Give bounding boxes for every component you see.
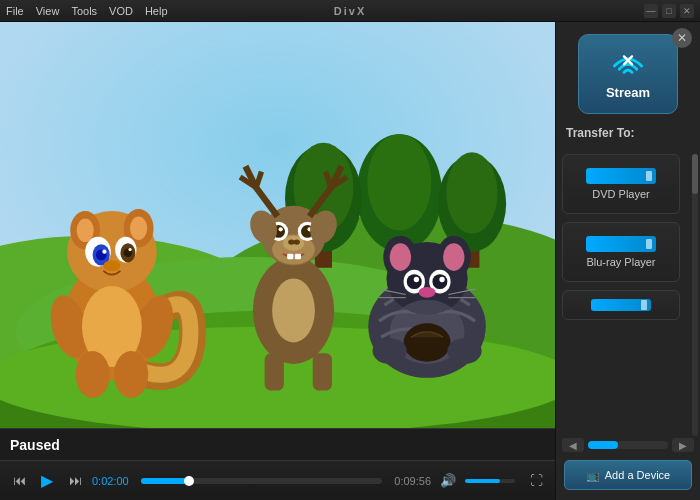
controls-bar: ⏮ ▶ ⏭ 0:02:00 0:09:56 🔊 ⛶	[0, 460, 555, 500]
svg-point-9	[446, 152, 497, 233]
fullscreen-button[interactable]: ⛶	[525, 470, 547, 492]
svg-point-29	[128, 248, 131, 251]
dvd-player-item[interactable]: DVD Player	[562, 154, 680, 214]
stream-label: Stream	[606, 85, 650, 100]
transfer-section: Transfer To:	[556, 122, 700, 154]
menu-bar: File View Tools VOD Help	[6, 5, 168, 17]
transfer-title: Transfer To:	[566, 126, 690, 140]
svg-point-76	[447, 338, 481, 364]
svg-point-45	[279, 227, 283, 231]
devices-list: DVD Player Blu-ray Player	[556, 154, 700, 436]
svg-rect-55	[313, 353, 332, 390]
svg-point-66	[432, 274, 447, 289]
status-bar: Paused	[0, 428, 555, 460]
minimize-button[interactable]: —	[644, 4, 658, 18]
volume-fill	[465, 479, 500, 483]
dvd-icon	[586, 168, 656, 184]
svg-point-61	[443, 243, 464, 271]
svg-point-60	[390, 243, 411, 271]
add-device-icon: 📺	[586, 469, 600, 482]
close-button[interactable]: ✕	[680, 4, 694, 18]
devices-scrollbar[interactable]	[692, 154, 698, 436]
play-pause-button[interactable]: ▶	[36, 470, 58, 492]
svg-point-26	[102, 250, 106, 254]
main-layout: Paused ⏮ ▶ ⏭ 0:02:00 0:09:56 🔊	[0, 22, 700, 500]
right-panel: ✕ Stream Transfer To: DVD Player	[555, 22, 700, 500]
maximize-button[interactable]: □	[662, 4, 676, 18]
menu-view[interactable]: View	[36, 5, 60, 17]
svg-point-53	[272, 278, 315, 342]
progress-handle[interactable]	[184, 476, 194, 486]
horizontal-scroll-thumb[interactable]	[588, 441, 618, 449]
app-title: DivX	[334, 5, 366, 17]
volume-slider[interactable]	[465, 479, 515, 483]
menu-tools[interactable]: Tools	[71, 5, 97, 17]
previous-button[interactable]: ⏮	[8, 470, 30, 492]
svg-point-65	[414, 277, 419, 282]
svg-point-67	[439, 277, 444, 282]
menu-file[interactable]: File	[6, 5, 24, 17]
svg-point-30	[103, 260, 120, 271]
volume-button[interactable]: 🔊	[437, 470, 459, 492]
progress-bar[interactable]	[141, 478, 383, 484]
video-area[interactable]	[0, 22, 555, 428]
left-panel: Paused ⏮ ▶ ⏭ 0:02:00 0:09:56 🔊	[0, 22, 555, 500]
svg-point-75	[373, 338, 407, 364]
bluray-player-item[interactable]: Blu-ray Player	[562, 222, 680, 282]
close-right-panel-button[interactable]: ✕	[672, 28, 692, 48]
svg-point-64	[407, 274, 422, 289]
svg-rect-54	[265, 353, 284, 390]
svg-point-21	[130, 216, 147, 240]
next-button[interactable]: ⏭	[64, 470, 86, 492]
stream-button[interactable]: Stream	[578, 34, 678, 114]
svg-point-35	[114, 351, 148, 398]
add-device-button[interactable]: 📺 Add a Device	[564, 460, 692, 490]
svg-point-68	[419, 287, 436, 298]
bluray-icon	[586, 236, 656, 252]
svg-rect-49	[287, 254, 293, 259]
partial-device-icon	[591, 299, 651, 311]
svg-point-74	[404, 323, 451, 361]
bluray-label: Blu-ray Player	[586, 256, 655, 268]
menu-vod[interactable]: VOD	[109, 5, 133, 17]
svg-point-42	[294, 239, 300, 244]
time-current: 0:02:00	[92, 475, 129, 487]
video-scene	[0, 22, 555, 428]
svg-rect-50	[295, 254, 301, 259]
scroll-right-button[interactable]: ▶	[672, 438, 694, 452]
svg-point-6	[367, 134, 431, 230]
devices-scrollbar-thumb[interactable]	[692, 154, 698, 194]
dvd-label: DVD Player	[592, 188, 649, 200]
add-device-label: Add a Device	[605, 469, 670, 481]
playback-status: Paused	[10, 437, 60, 453]
scroll-left-button[interactable]: ◀	[562, 438, 584, 452]
partial-device-item[interactable]	[562, 290, 680, 320]
scroll-arrows: ◀ ▶	[556, 436, 700, 454]
time-total: 0:09:56	[394, 475, 431, 487]
volume-area	[465, 479, 515, 483]
progress-fill	[141, 478, 189, 484]
horizontal-scrollbar[interactable]	[588, 441, 668, 449]
svg-point-34	[76, 351, 110, 398]
stream-icon	[608, 49, 648, 79]
title-bar: File View Tools VOD Help DivX — □ ✕	[0, 0, 700, 22]
window-controls: — □ ✕	[644, 4, 694, 18]
svg-point-20	[77, 219, 94, 243]
menu-help[interactable]: Help	[145, 5, 168, 17]
